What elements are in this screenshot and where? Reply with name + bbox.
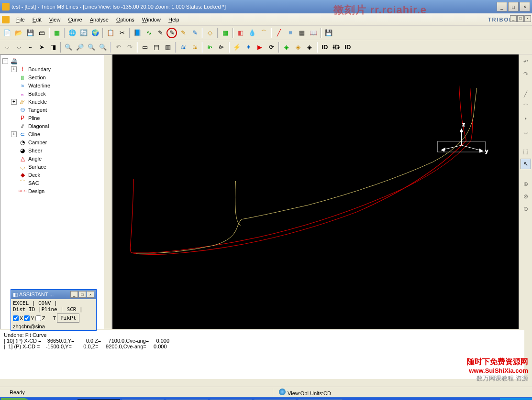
r-snap1-icon[interactable]: ⊕ (521, 179, 531, 189)
tool2-icon[interactable]: ✦ (243, 42, 254, 53)
saveall-icon[interactable]: 🗃 (36, 28, 47, 38)
save-icon[interactable]: 💾 (25, 28, 35, 38)
id3-icon[interactable]: ID (343, 42, 353, 53)
systray[interactable]: 🔊⚙ span> (500, 398, 532, 400)
assistant-titlebar[interactable]: ◧ ASSISTANT ... _□× (11, 290, 96, 299)
console-vscroll[interactable] (524, 330, 532, 387)
tree-tangent[interactable]: ⦵Tangent (2, 106, 110, 114)
r-cursor-icon[interactable]: ↖ (521, 159, 531, 169)
arc1-icon[interactable]: ⌣ (2, 42, 12, 53)
zoomin-icon[interactable]: 🔎 (75, 42, 85, 53)
diamond1-icon[interactable]: ◈ (281, 42, 292, 53)
id2-icon[interactable]: I̵D̵ (331, 42, 342, 53)
r-redo-icon[interactable]: ↷ (521, 69, 531, 79)
cut-icon[interactable]: ✂ (117, 28, 127, 38)
viewport[interactable]: z y (112, 54, 519, 329)
eraser-icon[interactable]: ◧ (235, 28, 246, 38)
menu-file[interactable]: File (12, 16, 29, 23)
page-icon[interactable]: ▤ (151, 42, 162, 53)
menu-edit[interactable]: Edit (29, 16, 45, 23)
tree-buttock[interactable]: ⩋Buttock (2, 89, 110, 97)
mdi-max[interactable]: □ (517, 15, 524, 22)
undo-icon[interactable]: ↶ (113, 42, 123, 53)
edit4-icon[interactable]: ✎ (189, 28, 200, 38)
maximize-button[interactable]: □ (508, 2, 519, 11)
menu-analyse[interactable]: Analyse (86, 16, 112, 23)
tree-pline[interactable]: PPline (2, 114, 110, 122)
menu-help[interactable]: Help (165, 16, 183, 23)
table-icon[interactable]: ▤ (297, 28, 307, 38)
menu-view[interactable]: View (45, 16, 65, 23)
tree-sheer[interactable]: ◕Sheer (2, 146, 110, 154)
pikpt-button[interactable]: PikPt (57, 314, 79, 323)
arc3-icon[interactable]: ⌢ (25, 42, 35, 53)
wave1-icon[interactable]: ≋ (178, 42, 188, 53)
wave2-icon[interactable]: ≋ (189, 42, 200, 53)
chk-z[interactable] (35, 315, 41, 321)
shape-icon[interactable]: ◇ (205, 28, 215, 38)
diamond3-icon[interactable]: ◈ (304, 42, 315, 53)
zoomout-icon[interactable]: 🔍 (63, 42, 74, 53)
arc-icon[interactable]: ⌒ (258, 28, 269, 38)
assistant-window[interactable]: ◧ ASSISTANT ... _□× EXCEL | CONV | Dist … (11, 289, 97, 331)
arrow-icon[interactable]: ➤ (36, 42, 47, 53)
multi2-icon[interactable]: ⫸ (216, 42, 227, 53)
search-icon[interactable]: 🔍 (98, 42, 108, 53)
r-arc-icon[interactable]: ◡ (521, 126, 531, 137)
page2-icon[interactable]: ▥ (163, 42, 173, 53)
edit1-icon[interactable]: ✎ (155, 28, 166, 38)
tree-diagonal[interactable]: ⫽Diagonal (2, 122, 110, 130)
erase2-icon[interactable]: ◨ (48, 42, 58, 53)
multi1-icon[interactable]: ⫸ (205, 42, 215, 53)
tool3-icon[interactable]: ▶ (255, 42, 265, 53)
menu-window[interactable]: Window (138, 16, 165, 23)
tree-section[interactable]: ⫼Section (2, 73, 110, 81)
zoom-icon[interactable]: 🔍 (86, 42, 97, 53)
tree-sac[interactable]: ⌒SAC (2, 179, 110, 187)
r-snap3-icon[interactable]: ⊙ (521, 204, 531, 214)
assistant-tabs1[interactable]: EXCEL | CONV | (13, 300, 94, 306)
doc-icon[interactable]: 📘 (132, 28, 143, 38)
close-button[interactable]: × (520, 2, 530, 11)
r-point-icon[interactable]: • (521, 114, 531, 124)
tree-angle[interactable]: △Angle (2, 154, 110, 162)
tree-surface[interactable]: ◡Surface (2, 162, 110, 171)
tree-panel[interactable]: −🚢 +⌇Boundary ⫼Section ≈Waterline ⩋Butto… (0, 54, 112, 329)
chk-x[interactable] (13, 315, 19, 321)
r-snap2-icon[interactable]: ⊗ (521, 191, 531, 202)
redo-icon[interactable]: ↷ (124, 42, 135, 53)
assist-min[interactable]: _ (70, 291, 78, 298)
tool4-icon[interactable]: ⟳ (266, 42, 277, 53)
tree-cline[interactable]: +⊂Cline (2, 130, 110, 138)
tree-boundary[interactable]: +⌇Boundary (2, 65, 110, 73)
tree-root[interactable]: −🚢 (2, 57, 110, 65)
menu-curve[interactable]: Curve (64, 16, 86, 23)
r-undo-icon[interactable]: ↶ (521, 56, 531, 67)
globe-icon[interactable]: 🌍 (90, 28, 100, 38)
copy-icon[interactable]: 📋 (105, 28, 116, 38)
menu-options[interactable]: Options (112, 16, 138, 23)
assist-close[interactable]: × (87, 291, 94, 298)
line1-icon[interactable]: ╱ (274, 28, 284, 38)
curve-icon[interactable]: ∿ (144, 28, 154, 38)
chk-y[interactable] (24, 315, 30, 321)
book-icon[interactable]: 📖 (308, 28, 319, 38)
drop-icon[interactable]: 💧 (247, 28, 257, 38)
start-button[interactable]: 开始 (1, 398, 30, 400)
tree-deck[interactable]: ◆Deck (2, 171, 110, 179)
edit2-icon[interactable]: ✎ (166, 28, 177, 38)
mesh-icon[interactable]: ▦ (220, 28, 231, 38)
tree-knuckle[interactable]: +⫻Knuckle (2, 97, 110, 106)
rect-icon[interactable]: ▭ (140, 42, 150, 53)
new-icon[interactable]: 📄 (2, 28, 12, 38)
tree-scrollbar[interactable] (104, 55, 111, 329)
tree-waterline[interactable]: ≈Waterline (2, 81, 110, 89)
r-line-icon[interactable]: ╱ (521, 89, 531, 99)
tree-design[interactable]: DESDesign (2, 187, 110, 195)
tree-camber[interactable]: ◔Camber (2, 138, 110, 146)
console-hscroll[interactable] (0, 379, 524, 387)
mdi-close[interactable]: × (524, 15, 531, 22)
assistant-tabs2[interactable]: Dist ID |Pline | SCR | (13, 306, 94, 313)
r-select-icon[interactable]: ⬚ (521, 146, 531, 157)
reload-icon[interactable]: 🔄 (78, 28, 89, 38)
